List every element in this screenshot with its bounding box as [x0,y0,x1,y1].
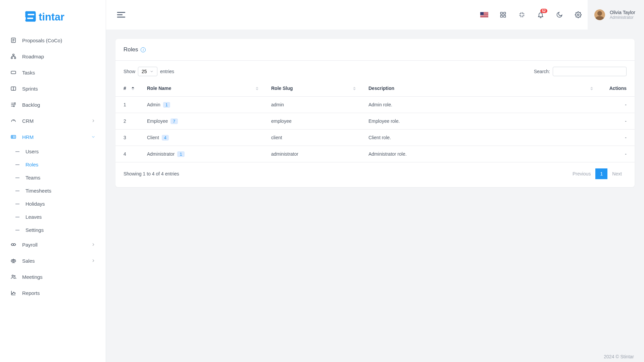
users-icon [10,273,17,280]
col-index[interactable]: # [115,80,139,97]
count-badge: 1 [177,151,184,157]
card-header: Roles i [115,39,635,61]
info-icon[interactable]: i [141,47,146,52]
svg-point-15 [11,244,13,246]
dash-icon [15,230,19,230]
sidebar-item-proposals[interactable]: Proposals (CoCo) [0,32,106,48]
sidebar-sub-leaves[interactable]: Leaves [5,210,106,223]
svg-text:tintar: tintar [39,11,64,23]
svg-point-12 [13,106,14,107]
sidebar-item-label: CRM [22,118,91,124]
cell-slug: employee [263,113,360,130]
logo[interactable]: tintar [0,0,106,31]
sub-label: Leaves [26,214,42,220]
sidebar-item-sprints[interactable]: Sprints [0,81,106,97]
cell-idx: 2 [115,113,139,130]
cell-actions: - [598,146,635,162]
sidebar-item-label: Reports [22,290,96,296]
hrm-submenu: Users Roles Teams Timesheets Holidays Le… [0,145,106,237]
table-row: 1Admin1adminAdmin role.- [115,97,635,113]
fullscreen-exit-button[interactable] [512,5,531,24]
card-footer: Showing 1 to 4 of 4 entries Previous 1 N… [115,162,635,187]
cell-name[interactable]: Administrator1 [139,146,263,162]
sidebar-item-payroll[interactable]: Payroll [0,237,106,253]
svg-rect-7 [13,54,14,55]
svg-point-19 [12,293,13,294]
sidebar-item-tasks[interactable]: Tasks [0,64,106,81]
content: Roles i Show 25 entries Search: # Role N [106,30,644,362]
sidebar-sub-users[interactable]: Users [5,145,106,158]
sidebar-sub-holidays[interactable]: Holidays [5,197,106,210]
search-input[interactable] [553,67,627,76]
notification-count: 52 [540,9,547,13]
sub-label: Settings [26,227,44,233]
col-slug[interactable]: Role Slug [263,80,360,97]
chevron-right-icon [91,242,96,247]
notifications-button[interactable]: 52 [531,5,550,24]
language-button[interactable] [475,5,494,24]
page-1-button[interactable]: 1 [595,168,607,179]
cell-actions: - [598,130,635,146]
sidebar-item-sales[interactable]: Sales [0,253,106,269]
header: 52 Olivia Taylor Administrator [106,0,644,30]
theme-button[interactable] [550,5,569,24]
cell-actions: - [598,113,635,130]
user-name: Olivia Taylor [610,10,635,15]
svg-point-21 [14,293,15,294]
svg-rect-14 [12,136,13,138]
sidebar-sub-settings[interactable]: Settings [5,223,106,237]
dash-icon [15,177,19,178]
sidebar-sub-roles[interactable]: Roles [5,158,106,171]
sidebar-item-crm[interactable]: CRM [0,113,106,129]
svg-rect-25 [504,15,506,17]
roles-table: # Role Name Role Slug Description Action… [115,80,635,162]
chevron-right-icon [91,258,96,263]
settings-button[interactable] [569,5,588,24]
table-row: 4Administrator1administratorAdministrato… [115,146,635,162]
cell-idx: 3 [115,130,139,146]
sidebar-item-label: Proposals (CoCo) [22,38,96,43]
sidebar-item-meetings[interactable]: Meetings [0,269,106,285]
col-name[interactable]: Role Name [139,80,263,97]
sub-label: Users [26,149,39,154]
col-desc[interactable]: Description [360,80,598,97]
sidebar-item-reports[interactable]: Reports [0,285,106,301]
menu-toggle-button[interactable] [117,11,126,18]
cell-name[interactable]: Admin1 [139,97,263,113]
file-icon [10,37,17,44]
roles-card: Roles i Show 25 entries Search: # Role N [115,39,635,187]
main: 52 Olivia Taylor Administrator Roles i [106,0,644,362]
sidebar-sub-teams[interactable]: Teams [5,171,106,184]
sidebar-item-label: Sprints [22,86,96,92]
prev-button[interactable]: Previous [568,168,595,179]
user-role: Administrator [610,15,635,20]
sidebar: tintar Proposals (CoCo) Roadmap Tasks Sp… [0,0,106,362]
chevron-right-icon [91,118,96,123]
gear-icon [575,11,582,18]
cell-actions: - [598,97,635,113]
sidebar-item-roadmap[interactable]: Roadmap [0,48,106,64]
sitemap-icon [10,53,17,60]
cell-name[interactable]: Employee7 [139,113,263,130]
dash-icon [15,191,19,191]
dash-icon [15,164,19,165]
table-summary: Showing 1 to 4 of 4 entries [123,171,179,176]
apps-button[interactable] [494,5,512,24]
next-button[interactable]: Next [607,168,627,179]
avatar [594,9,605,20]
sub-label: Teams [26,175,40,180]
sidebar-item-backlog[interactable]: Backlog [0,97,106,113]
entries-select[interactable]: 25 [138,67,157,76]
user-menu-button[interactable]: Olivia Taylor Administrator [588,0,644,30]
search-label: Search: [534,69,550,74]
table-controls: Show 25 entries Search: [115,61,635,76]
moon-icon [556,11,563,18]
sidebar-item-label: Roadmap [22,54,96,59]
sidebar-sub-timesheets[interactable]: Timesheets [5,184,106,197]
cell-name[interactable]: Client4 [139,130,263,146]
sidebar-item-label: Sales [22,258,91,264]
sub-label: Holidays [26,201,45,207]
sidebar-item-hrm[interactable]: HRM [0,129,106,145]
sidebar-item-label: HRM [22,134,91,140]
dash-icon [15,151,19,152]
